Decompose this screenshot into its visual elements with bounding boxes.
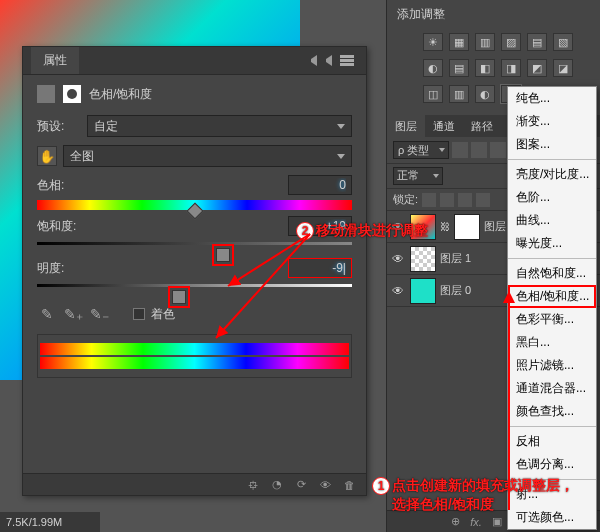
lightness-input[interactable]: [288, 258, 352, 278]
menu-item[interactable]: 黑白...: [508, 331, 596, 354]
hue-label: 色相:: [37, 177, 64, 194]
visibility-icon[interactable]: 👁: [390, 220, 406, 234]
adj-6-icon[interactable]: ▧: [553, 33, 573, 51]
lock-all-icon[interactable]: [476, 193, 490, 207]
hue-input[interactable]: [288, 175, 352, 195]
menu-item[interactable]: 照片滤镜...: [508, 354, 596, 377]
properties-panel: 属性 色相/饱和度 预设: 自定 ✋ 全图 色相:: [22, 46, 367, 496]
adj-5-icon[interactable]: ▤: [527, 33, 547, 51]
properties-footer: ⯐ ◔ ⟳ 👁 🗑: [23, 473, 366, 495]
menu-item[interactable]: 图案...: [508, 133, 596, 156]
reset-icon[interactable]: ⟳: [294, 478, 308, 492]
saturation-slider-thumb[interactable]: [216, 248, 230, 262]
hue-sat-icon: [37, 85, 55, 103]
lock-paint-icon[interactable]: [440, 193, 454, 207]
menu-item[interactable]: 色彩平衡...: [508, 308, 596, 331]
link-icon: ⛓: [440, 221, 450, 232]
layer-name: 图层 1: [440, 251, 471, 266]
adjustment-popup-menu: 纯色... 渐变... 图案... 亮度/对比度... 色阶... 曲线... …: [507, 86, 597, 530]
menu-item-hue-sat[interactable]: 色相/饱和度...: [508, 285, 596, 308]
layer-mask-thumb[interactable]: [454, 214, 480, 240]
layer-thumb[interactable]: [410, 278, 436, 304]
colorize-label: 着色: [151, 306, 175, 323]
visibility-icon[interactable]: 👁: [390, 252, 406, 266]
lock-pos-icon[interactable]: [458, 193, 472, 207]
adj-10-icon[interactable]: ◨: [501, 59, 521, 77]
adj-9-icon[interactable]: ◧: [475, 59, 495, 77]
tab-channels[interactable]: 通道: [425, 115, 463, 137]
preset-value: 自定: [94, 118, 118, 135]
filter-1-icon[interactable]: [452, 142, 468, 158]
eyedropper-add-icon[interactable]: ✎₊: [63, 304, 83, 324]
colorize-checkbox[interactable]: [133, 308, 145, 320]
trash-icon[interactable]: 🗑: [342, 478, 356, 492]
eyedropper-icon[interactable]: ✎: [37, 304, 57, 324]
adj-13-icon[interactable]: ◫: [423, 85, 443, 103]
lock-label: 锁定:: [393, 192, 418, 207]
menu-item[interactable]: 渐变...: [508, 110, 596, 133]
adj-12-icon[interactable]: ◪: [553, 59, 573, 77]
menu-item[interactable]: 纯色...: [508, 87, 596, 110]
channel-select[interactable]: 全图: [63, 145, 352, 167]
lightness-label: 明度:: [37, 260, 64, 277]
targeted-adjust-icon[interactable]: ✋: [37, 146, 57, 166]
hue-slider[interactable]: [37, 200, 352, 210]
adj-levels-icon[interactable]: ▦: [449, 33, 469, 51]
menu-item[interactable]: 射...: [508, 483, 596, 506]
menu-item[interactable]: 自然饱和度...: [508, 262, 596, 285]
lock-trans-icon[interactable]: [422, 193, 436, 207]
adj-7-icon[interactable]: ◐: [423, 59, 443, 77]
fx-icon[interactable]: fx.: [469, 515, 483, 529]
adjustments-title: 添加调整: [387, 0, 600, 29]
panel-menu-icon[interactable]: [340, 59, 354, 62]
adj-brightness-icon[interactable]: ☀: [423, 33, 443, 51]
tab-layers[interactable]: 图层: [387, 115, 425, 137]
adjustment-title: 色相/饱和度: [89, 86, 152, 103]
properties-tab[interactable]: 属性: [31, 47, 79, 74]
toggle-visibility-icon[interactable]: 👁: [318, 478, 332, 492]
adj-11-icon[interactable]: ◩: [527, 59, 547, 77]
menu-item[interactable]: 曝光度...: [508, 232, 596, 255]
view-prev-icon[interactable]: ◔: [270, 478, 284, 492]
saturation-input[interactable]: [288, 216, 352, 236]
filter-2-icon[interactable]: [471, 142, 487, 158]
preset-select[interactable]: 自定: [87, 115, 352, 137]
menu-item[interactable]: 亮度/对比度...: [508, 163, 596, 186]
menu-item[interactable]: 色阶...: [508, 186, 596, 209]
menu-item[interactable]: 通道混合器...: [508, 377, 596, 400]
layer-kind-select[interactable]: ρ 类型: [393, 141, 449, 159]
adj-14-icon[interactable]: ▥: [449, 85, 469, 103]
layer-name: 图层 0: [440, 283, 471, 298]
menu-item[interactable]: 曲线...: [508, 209, 596, 232]
adj-exposure-icon[interactable]: ▨: [501, 33, 521, 51]
blend-mode-select[interactable]: 正常: [393, 167, 443, 185]
adjustment-header: 色相/饱和度: [37, 85, 352, 103]
channel-value: 全图: [70, 148, 94, 165]
clip-to-layer-icon[interactable]: ⯐: [246, 478, 260, 492]
lightness-slider[interactable]: [37, 284, 352, 294]
adj-8-icon[interactable]: ▤: [449, 59, 469, 77]
menu-item[interactable]: 色调分离...: [508, 453, 596, 476]
lightness-slider-thumb[interactable]: [172, 290, 186, 304]
collapse-icon[interactable]: [306, 55, 317, 66]
mask-icon[interactable]: [63, 85, 81, 103]
adj-15-icon[interactable]: ◐: [475, 85, 495, 103]
layer-thumb[interactable]: [410, 246, 436, 272]
link-layers-icon[interactable]: ⊕: [448, 515, 462, 529]
visibility-icon[interactable]: 👁: [390, 284, 406, 298]
filter-3-icon[interactable]: [490, 142, 506, 158]
menu-item[interactable]: 可选颜色...: [508, 506, 596, 529]
layer-thumb[interactable]: [410, 214, 436, 240]
hue-bar-bottom: [40, 357, 349, 369]
adj-curves-icon[interactable]: ▥: [475, 33, 495, 51]
hue-bar-top: [40, 343, 349, 355]
saturation-slider[interactable]: [37, 242, 352, 252]
collapse-icon-2[interactable]: [321, 55, 332, 66]
properties-titlebar: 属性: [23, 47, 366, 75]
tab-paths[interactable]: 路径: [463, 115, 501, 137]
saturation-label: 饱和度:: [37, 218, 76, 235]
menu-item[interactable]: 颜色查找...: [508, 400, 596, 423]
menu-item[interactable]: 反相: [508, 430, 596, 453]
eyedropper-sub-icon[interactable]: ✎₋: [89, 304, 109, 324]
add-mask-icon[interactable]: ▣: [490, 515, 504, 529]
